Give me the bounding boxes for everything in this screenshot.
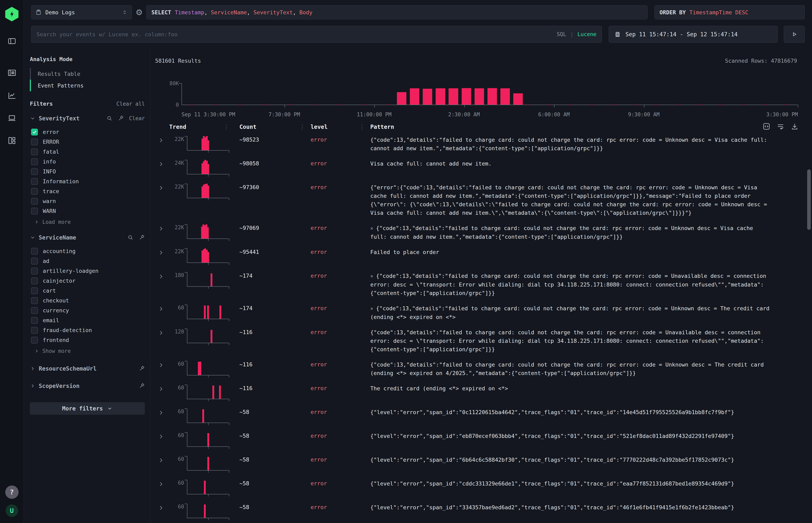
expand-chevron[interactable]	[158, 384, 169, 392]
filter-option[interactable]: INFO	[31, 166, 145, 176]
checkbox[interactable]	[31, 188, 38, 195]
expand-chevron[interactable]	[158, 431, 169, 439]
expand-chevron[interactable]	[158, 271, 169, 279]
code-braces-icon[interactable]	[762, 122, 771, 130]
checkbox[interactable]	[31, 297, 38, 304]
column-header-trend[interactable]: Trend⋮	[169, 123, 234, 130]
mode-sql[interactable]: SQL	[557, 31, 566, 37]
checkbox[interactable]	[31, 139, 38, 145]
filter-group-header[interactable]: ResourceSchemaUrl	[30, 364, 145, 373]
analysis-mode-event-patterns[interactable]: Event Patterns	[30, 80, 145, 91]
more-filters-button[interactable]: More filters	[30, 402, 145, 415]
checkbox[interactable]	[31, 307, 38, 314]
checkbox[interactable]	[31, 258, 38, 265]
pattern-row[interactable]: 60 ~58 error {"level":"error","span_id":…	[155, 428, 812, 452]
pattern-row[interactable]: 22K ~95441 error Failed to place order	[155, 245, 812, 268]
search-icon[interactable]	[127, 234, 134, 240]
checkbox[interactable]	[31, 208, 38, 215]
histogram-bar[interactable]	[462, 88, 471, 105]
filter-group-header[interactable]: ServiceName	[30, 233, 145, 242]
pattern-row[interactable]: 60 ~116 error {"code":13,"details":"fail…	[155, 357, 812, 381]
filter-option[interactable]: warn	[31, 196, 145, 206]
analysis-mode-results-table[interactable]: Results Table	[30, 68, 145, 80]
histogram-bar[interactable]	[397, 92, 406, 105]
checkbox-checked[interactable]	[31, 129, 38, 136]
sessions-laptop-icon[interactable]	[7, 113, 17, 123]
histogram-bar[interactable]	[423, 89, 432, 105]
dashboards-icon[interactable]	[7, 136, 17, 145]
help-icon[interactable]: ?	[5, 486, 19, 499]
pattern-row[interactable]: 22K ~97360 error {"error":{"code":13,"de…	[155, 180, 812, 220]
checkbox[interactable]	[31, 148, 38, 155]
pattern-row[interactable]: 22K ~98523 error {"code":13,"details":"f…	[155, 132, 812, 156]
checkbox[interactable]	[31, 248, 38, 255]
pin-icon[interactable]	[118, 115, 124, 121]
expand-chevron[interactable]	[158, 159, 169, 167]
pattern-row[interactable]: 22K ~97069 error ×{"code":13,"details":"…	[155, 220, 812, 245]
checkbox[interactable]	[31, 268, 38, 274]
pattern-row[interactable]: 120 ~116 error {"code":13,"details":"fai…	[155, 325, 812, 357]
column-header-count[interactable]: Count⋮	[234, 123, 311, 130]
checkbox[interactable]	[31, 198, 38, 205]
filter-group-header[interactable]: SeverityTextClear	[30, 114, 145, 123]
expand-chevron[interactable]	[158, 479, 169, 487]
pin-icon[interactable]	[139, 234, 145, 240]
histogram-bar[interactable]	[488, 88, 497, 105]
expand-chevron[interactable]	[158, 360, 169, 368]
user-avatar[interactable]: U	[6, 504, 18, 517]
filter-option[interactable]: ERROR	[31, 137, 145, 147]
expand-chevron[interactable]	[158, 183, 169, 191]
search-input[interactable]	[36, 31, 553, 37]
scrollbar-thumb[interactable]	[807, 169, 811, 230]
filter-option[interactable]: accounting	[31, 246, 145, 256]
expand-chevron[interactable]	[158, 408, 169, 416]
pattern-row[interactable]: 60 ~58 error {"level":"error","span_id":…	[155, 500, 812, 523]
column-header-pattern[interactable]: Pattern	[370, 124, 772, 130]
gear-icon[interactable]: ⚙	[136, 8, 143, 16]
column-header-level[interactable]: level⋮	[311, 123, 370, 130]
checkbox[interactable]	[31, 287, 38, 294]
histogram-bar[interactable]	[500, 88, 510, 105]
chart-icon[interactable]	[7, 91, 17, 100]
filter-option[interactable]: info	[31, 157, 145, 166]
expand-chevron[interactable]	[158, 455, 169, 463]
source-select[interactable]: Demo Logs	[31, 5, 132, 19]
run-query-button[interactable]	[784, 26, 805, 43]
checkbox[interactable]	[31, 337, 38, 344]
histogram-bar[interactable]	[436, 88, 445, 105]
checkbox[interactable]	[31, 168, 38, 175]
filter-show-more[interactable]: Show more	[31, 346, 145, 356]
filter-group-clear[interactable]: Clear	[129, 115, 145, 121]
expand-chevron[interactable]	[158, 328, 169, 336]
column-grip[interactable]: ⋮	[299, 123, 311, 130]
expand-chevron[interactable]	[158, 304, 169, 312]
pattern-row[interactable]: 180 ~174 error ×{"code":13,"details":"fa…	[155, 268, 812, 301]
pin-icon[interactable]	[139, 365, 145, 372]
download-icon[interactable]	[791, 122, 799, 130]
expand-chevron[interactable]	[158, 248, 169, 256]
pattern-row[interactable]: 60 ~58 error {"level":"error","span_id":…	[155, 404, 812, 428]
filter-group-header[interactable]: ScopeVersion	[30, 381, 145, 391]
filter-option[interactable]: cart	[31, 286, 145, 295]
pattern-row[interactable]: 60 ~174 error ×{"code":13,"details":"fai…	[155, 301, 812, 325]
filter-option[interactable]: frontend	[31, 335, 145, 345]
filter-option[interactable]: cainjector	[31, 276, 145, 286]
pattern-row[interactable]: 60 ~116 error The credit card (ending <*…	[155, 381, 812, 404]
filter-option[interactable]: trace	[31, 186, 145, 196]
filter-option[interactable]: checkout	[31, 295, 145, 305]
filter-option[interactable]: fraud-detection	[31, 325, 145, 335]
scrollbar[interactable]	[807, 169, 811, 521]
select-clause-input[interactable]: SELECT Timestamp, ServiceName, SeverityT…	[146, 5, 648, 19]
panel-toggle-icon[interactable]	[7, 37, 16, 46]
expand-chevron[interactable]	[158, 223, 169, 232]
filter-option[interactable]: artillery-loadgen	[31, 266, 145, 276]
checkbox[interactable]	[31, 317, 38, 324]
mode-lucene[interactable]: Lucene	[578, 31, 596, 37]
pin-icon[interactable]	[139, 383, 145, 389]
filter-option[interactable]: currency	[31, 305, 145, 315]
pattern-row[interactable]: 60 ~58 error {"level":"error","span_id":…	[155, 476, 812, 500]
filter-load-more[interactable]: Load more	[31, 217, 145, 227]
expand-chevron[interactable]	[158, 135, 169, 143]
clear-all-filters[interactable]: Clear all	[117, 101, 145, 107]
expand-chevron[interactable]	[158, 503, 169, 511]
